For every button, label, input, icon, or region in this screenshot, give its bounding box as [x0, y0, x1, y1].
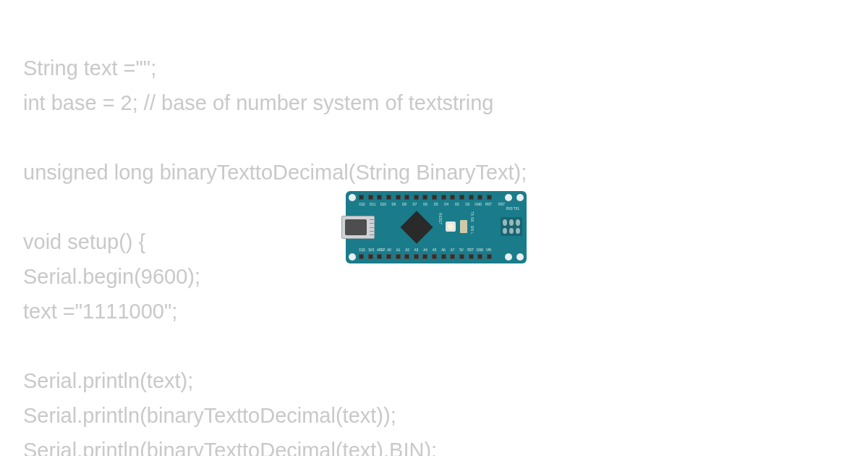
code-line: unsigned long binaryTexttoDecimal(String… — [23, 161, 527, 184]
code-line: Serial.println(binaryTexttoDecimal(text)… — [23, 439, 437, 456]
mounting-hole-icon — [516, 194, 524, 201]
icsp-header-icon — [501, 217, 522, 236]
code-line: String text =""; — [23, 56, 156, 80]
txrx-text: TX RX — [470, 211, 474, 222]
rst-label: RST — [498, 203, 505, 206]
pin-labels-top: D12D11D10D9D8D7D6D5D4D3D2GNDRST — [359, 203, 492, 206]
rxtx-label: RX0 TX1 — [506, 207, 519, 211]
mounting-hole-icon — [505, 194, 512, 201]
mounting-hole-icon — [349, 194, 356, 201]
pin-header-top — [359, 195, 492, 200]
pcb-board: D12D11D10D9D8D7D6D5D4D3D2GNDRST D133V3AR… — [346, 191, 527, 263]
usb-connector-icon — [341, 216, 375, 239]
code-line: Serial.println(text); — [23, 369, 193, 392]
code-line: text ="1111000"; — [23, 300, 177, 323]
code-line: Serial.println(binaryTexttoDecimal(text)… — [23, 404, 396, 427]
reset-button-icon — [446, 221, 456, 232]
on-l-text: ON L — [470, 226, 474, 235]
arduino-nano-illustration: D12D11D10D9D8D7D6D5D4D3D2GNDRST D133V3AR… — [346, 191, 527, 263]
microcontroller-chip-icon — [400, 211, 433, 243]
reset-text: RESET — [438, 213, 442, 225]
code-line: Serial.begin(9600); — [23, 265, 200, 288]
resistor-pack-icon — [460, 220, 467, 233]
mounting-hole-icon — [505, 253, 512, 261]
mounting-hole-icon — [516, 253, 524, 261]
code-line: int base = 2; // base of number system o… — [23, 91, 493, 114]
pin-labels-bottom: D133V3AREFA0A1A2A3A4A5A6A75VRSTGNDVIN — [359, 248, 492, 252]
pin-header-bottom — [359, 254, 492, 260]
code-line: void setup() { — [23, 230, 145, 253]
mounting-hole-icon — [349, 253, 356, 261]
